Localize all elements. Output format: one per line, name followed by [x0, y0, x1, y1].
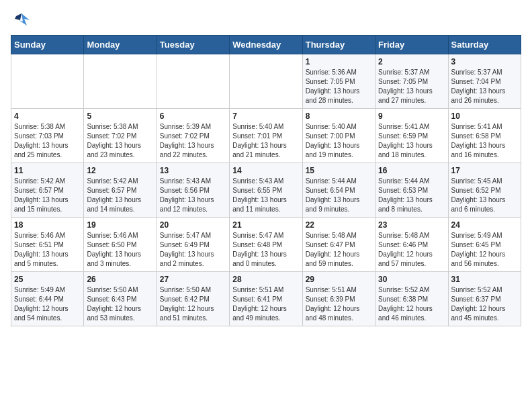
day-info: Sunrise: 5:44 AM Sunset: 6:53 PM Dayligh…	[378, 177, 445, 214]
calendar-table: SundayMondayTuesdayWednesdayThursdayFrid…	[11, 35, 521, 326]
calendar-cell: 25Sunrise: 5:49 AM Sunset: 6:44 PM Dayli…	[11, 272, 84, 326]
day-number: 18	[14, 220, 81, 230]
day-info: Sunrise: 5:50 AM Sunset: 6:43 PM Dayligh…	[87, 285, 153, 323]
day-info: Sunrise: 5:41 AM Sunset: 6:59 PM Dayligh…	[378, 122, 445, 160]
calendar-header-thursday: Thursday	[302, 36, 375, 54]
calendar-header-tuesday: Tuesday	[157, 36, 229, 54]
calendar-cell: 12Sunrise: 5:42 AM Sunset: 6:57 PM Dayli…	[84, 163, 157, 218]
calendar-cell: 13Sunrise: 5:43 AM Sunset: 6:56 PM Dayli…	[157, 163, 229, 218]
day-number: 12	[87, 166, 153, 175]
calendar-cell: 3Sunrise: 5:37 AM Sunset: 7:04 PM Daylig…	[448, 54, 521, 109]
calendar-cell: 10Sunrise: 5:41 AM Sunset: 6:58 PM Dayli…	[448, 109, 521, 163]
calendar-cell	[157, 54, 229, 109]
day-number: 22	[306, 220, 372, 230]
day-info: Sunrise: 5:52 AM Sunset: 6:38 PM Dayligh…	[378, 285, 445, 323]
day-number: 17	[451, 166, 518, 175]
day-number: 29	[306, 275, 372, 284]
day-info: Sunrise: 5:36 AM Sunset: 7:05 PM Dayligh…	[306, 68, 372, 105]
day-number: 28	[232, 275, 299, 284]
day-info: Sunrise: 5:46 AM Sunset: 6:51 PM Dayligh…	[14, 231, 81, 269]
day-number: 14	[232, 166, 299, 175]
calendar-cell: 7Sunrise: 5:40 AM Sunset: 7:01 PM Daylig…	[230, 109, 302, 163]
day-number: 24	[451, 220, 518, 230]
day-number: 31	[451, 275, 518, 284]
day-number: 19	[87, 220, 153, 230]
calendar-cell: 19Sunrise: 5:46 AM Sunset: 6:50 PM Dayli…	[84, 218, 157, 272]
calendar-header-wednesday: Wednesday	[230, 36, 302, 54]
calendar-cell	[84, 54, 157, 109]
day-info: Sunrise: 5:45 AM Sunset: 6:52 PM Dayligh…	[451, 177, 518, 214]
day-number: 6	[160, 111, 226, 121]
day-number: 13	[160, 166, 226, 175]
calendar-cell: 26Sunrise: 5:50 AM Sunset: 6:43 PM Dayli…	[84, 272, 157, 326]
calendar-cell: 15Sunrise: 5:44 AM Sunset: 6:54 PM Dayli…	[302, 163, 375, 218]
calendar-cell: 27Sunrise: 5:50 AM Sunset: 6:42 PM Dayli…	[157, 272, 229, 326]
day-info: Sunrise: 5:42 AM Sunset: 6:57 PM Dayligh…	[14, 177, 81, 214]
day-info: Sunrise: 5:47 AM Sunset: 6:48 PM Dayligh…	[232, 231, 299, 269]
calendar-cell: 5Sunrise: 5:38 AM Sunset: 7:02 PM Daylig…	[84, 109, 157, 163]
calendar-cell: 11Sunrise: 5:42 AM Sunset: 6:57 PM Dayli…	[11, 163, 84, 218]
calendar-header-monday: Monday	[84, 36, 157, 54]
calendar-week-row: 11Sunrise: 5:42 AM Sunset: 6:57 PM Dayli…	[11, 163, 521, 218]
page-header	[11, 11, 521, 30]
day-info: Sunrise: 5:41 AM Sunset: 6:58 PM Dayligh…	[451, 122, 518, 160]
day-info: Sunrise: 5:50 AM Sunset: 6:42 PM Dayligh…	[160, 285, 226, 323]
calendar-cell: 18Sunrise: 5:46 AM Sunset: 6:51 PM Dayli…	[11, 218, 84, 272]
day-info: Sunrise: 5:40 AM Sunset: 7:01 PM Dayligh…	[232, 122, 299, 160]
day-info: Sunrise: 5:37 AM Sunset: 7:04 PM Dayligh…	[451, 68, 518, 105]
day-info: Sunrise: 5:42 AM Sunset: 6:57 PM Dayligh…	[87, 177, 153, 214]
calendar-week-row: 1Sunrise: 5:36 AM Sunset: 7:05 PM Daylig…	[11, 54, 521, 109]
day-info: Sunrise: 5:51 AM Sunset: 6:41 PM Dayligh…	[232, 285, 299, 323]
day-info: Sunrise: 5:40 AM Sunset: 7:00 PM Dayligh…	[306, 122, 372, 160]
calendar-header-friday: Friday	[375, 36, 448, 54]
calendar-cell	[230, 54, 302, 109]
day-number: 25	[14, 275, 81, 284]
day-number: 7	[232, 111, 299, 121]
day-info: Sunrise: 5:49 AM Sunset: 6:45 PM Dayligh…	[451, 231, 518, 269]
calendar-cell: 23Sunrise: 5:48 AM Sunset: 6:46 PM Dayli…	[375, 218, 448, 272]
svg-marker-1	[15, 13, 21, 20]
day-info: Sunrise: 5:38 AM Sunset: 7:02 PM Dayligh…	[87, 122, 153, 160]
calendar-cell: 2Sunrise: 5:37 AM Sunset: 7:05 PM Daylig…	[375, 54, 448, 109]
calendar-cell: 14Sunrise: 5:43 AM Sunset: 6:55 PM Dayli…	[230, 163, 302, 218]
day-info: Sunrise: 5:47 AM Sunset: 6:49 PM Dayligh…	[160, 231, 226, 269]
day-info: Sunrise: 5:48 AM Sunset: 6:47 PM Dayligh…	[306, 231, 372, 269]
calendar-week-row: 4Sunrise: 5:38 AM Sunset: 7:03 PM Daylig…	[11, 109, 521, 163]
day-info: Sunrise: 5:52 AM Sunset: 6:37 PM Dayligh…	[451, 285, 518, 323]
calendar-cell: 24Sunrise: 5:49 AM Sunset: 6:45 PM Dayli…	[448, 218, 521, 272]
calendar-cell: 21Sunrise: 5:47 AM Sunset: 6:48 PM Dayli…	[230, 218, 302, 272]
calendar-cell: 9Sunrise: 5:41 AM Sunset: 6:59 PM Daylig…	[375, 109, 448, 163]
calendar-week-row: 25Sunrise: 5:49 AM Sunset: 6:44 PM Dayli…	[11, 272, 521, 326]
calendar-cell: 8Sunrise: 5:40 AM Sunset: 7:00 PM Daylig…	[302, 109, 375, 163]
day-number: 20	[160, 220, 226, 230]
calendar-cell: 1Sunrise: 5:36 AM Sunset: 7:05 PM Daylig…	[302, 54, 375, 109]
day-info: Sunrise: 5:48 AM Sunset: 6:46 PM Dayligh…	[378, 231, 445, 269]
day-number: 11	[14, 166, 81, 175]
day-number: 1	[306, 57, 372, 66]
calendar-header-saturday: Saturday	[448, 36, 521, 54]
day-number: 2	[378, 57, 445, 66]
day-info: Sunrise: 5:43 AM Sunset: 6:56 PM Dayligh…	[160, 177, 226, 214]
day-number: 21	[232, 220, 299, 230]
day-number: 27	[160, 275, 226, 284]
day-info: Sunrise: 5:43 AM Sunset: 6:55 PM Dayligh…	[232, 177, 299, 214]
day-number: 9	[378, 111, 445, 121]
calendar-week-row: 18Sunrise: 5:46 AM Sunset: 6:51 PM Dayli…	[11, 218, 521, 272]
calendar-cell: 30Sunrise: 5:52 AM Sunset: 6:38 PM Dayli…	[375, 272, 448, 326]
day-number: 10	[451, 111, 518, 121]
day-number: 15	[306, 166, 372, 175]
calendar-cell: 29Sunrise: 5:51 AM Sunset: 6:39 PM Dayli…	[302, 272, 375, 326]
calendar-header-row: SundayMondayTuesdayWednesdayThursdayFrid…	[11, 36, 521, 54]
day-info: Sunrise: 5:38 AM Sunset: 7:03 PM Dayligh…	[14, 122, 81, 160]
calendar-cell: 17Sunrise: 5:45 AM Sunset: 6:52 PM Dayli…	[448, 163, 521, 218]
calendar-cell: 31Sunrise: 5:52 AM Sunset: 6:37 PM Dayli…	[448, 272, 521, 326]
calendar-cell: 4Sunrise: 5:38 AM Sunset: 7:03 PM Daylig…	[11, 109, 84, 163]
calendar-header-sunday: Sunday	[11, 36, 84, 54]
day-info: Sunrise: 5:49 AM Sunset: 6:44 PM Dayligh…	[14, 285, 81, 323]
calendar-cell: 6Sunrise: 5:39 AM Sunset: 7:02 PM Daylig…	[157, 109, 229, 163]
logo	[11, 11, 35, 30]
calendar-cell	[11, 54, 84, 109]
day-info: Sunrise: 5:37 AM Sunset: 7:05 PM Dayligh…	[378, 68, 445, 105]
logo-icon	[11, 11, 32, 30]
day-number: 8	[306, 111, 372, 121]
